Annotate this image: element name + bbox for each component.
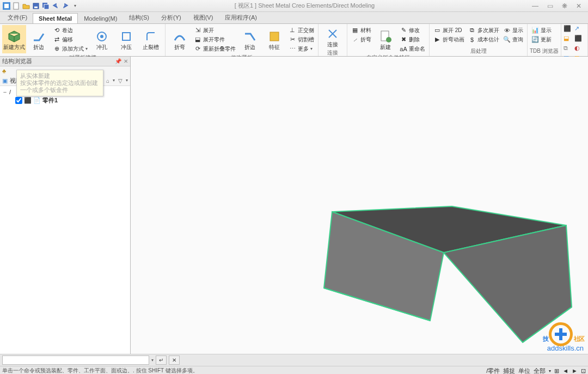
connect-button[interactable]: 连接 <box>321 25 345 48</box>
status-snap[interactable]: 捕捉 <box>503 367 515 375</box>
fold2-button[interactable]: 折边 <box>238 25 262 53</box>
lance-icon <box>143 29 158 44</box>
modify-button[interactable]: ✎修改 <box>398 26 427 35</box>
app-icon[interactable] <box>2 2 11 10</box>
minimize-button[interactable]: — <box>530 2 541 10</box>
delete-button[interactable]: ✖删除 <box>398 35 427 44</box>
tab-application[interactable]: 应用程序(A) <box>219 11 263 23</box>
util-icon-6[interactable]: ◐ <box>574 45 584 53</box>
punch-button[interactable]: 冲孔 <box>90 25 114 53</box>
hem-button[interactable]: ⟲卷边 <box>51 26 89 35</box>
cut-button[interactable]: ✂切割槽 <box>287 35 316 44</box>
new2-button[interactable]: 新建 <box>373 25 397 53</box>
tab-sheet-metal[interactable]: Sheet Metal <box>33 13 78 23</box>
util-icon-5[interactable]: ⧉ <box>564 45 573 53</box>
ortho-button[interactable]: ⊥正交侧 <box>287 26 316 35</box>
command-input[interactable] <box>2 355 149 365</box>
new-mode-button[interactable]: 新建方式 <box>2 25 26 53</box>
svg-rect-4 <box>34 7 38 8</box>
part-checkbox[interactable] <box>15 97 22 104</box>
status-prev-icon[interactable]: ◄ <box>562 367 568 374</box>
lance-button[interactable]: 止裂槽 <box>139 25 163 53</box>
material-icon: ▦ <box>351 27 359 34</box>
unfold-part-icon: ⬓ <box>194 36 201 44</box>
open-icon[interactable] <box>22 2 30 10</box>
refold-button[interactable]: ⟳重新折叠零件 <box>192 44 237 53</box>
stamp-icon <box>119 29 134 44</box>
3d-viewport[interactable] <box>131 57 588 354</box>
status-unit[interactable]: 单位 <box>518 367 530 375</box>
svg-rect-10 <box>270 32 279 41</box>
status-end-icon[interactable]: ⊡ <box>581 367 586 375</box>
unfold-button[interactable]: ⇲展开 <box>192 26 237 35</box>
undo-icon[interactable] <box>51 2 60 10</box>
enter-button[interactable]: ↵ <box>156 355 167 365</box>
util-icon-1[interactable]: ⬛ <box>564 25 573 34</box>
multi-unfold-button[interactable]: ⧉多次展开 <box>467 26 501 35</box>
structure-browser: 结构浏览器 📌✕ ♣ ▣ 视区1 ⌂▾ ▽▾ − / ⬛ 📄 零件1 <box>0 57 131 354</box>
root-label: / <box>9 89 11 95</box>
ribbon-group-post: ▭展开 2D ▶折弯动画 ⧉多次展开 $成本估计 👁显示 🔍查询 后处理 <box>430 24 528 56</box>
filter-icon[interactable]: ▽ <box>118 78 122 84</box>
close-button[interactable]: ✕ <box>574 2 584 10</box>
unfold2d-button[interactable]: ▭展开 2D <box>432 26 466 35</box>
cancel-cmd-button[interactable]: ✕ <box>169 355 180 365</box>
tab-structure[interactable]: 结构(S) <box>123 11 155 23</box>
util-icon-4[interactable]: ⬛ <box>574 35 584 44</box>
saveall-icon[interactable] <box>41 2 50 10</box>
maximize-button[interactable]: ▭ <box>545 2 555 10</box>
window-title: [ 视区1 ] Sheet Metal Creo Elements/Direct… <box>79 2 530 10</box>
redo-icon[interactable] <box>61 2 70 10</box>
tree-icon[interactable]: ♣ <box>2 68 6 74</box>
collapse-icon[interactable]: − <box>2 89 8 95</box>
anim-icon: ▶ <box>433 36 441 44</box>
status-all[interactable]: 全部 <box>534 367 546 375</box>
new-icon[interactable] <box>12 2 21 10</box>
status-dropdown-icon[interactable]: ▾ <box>549 369 551 373</box>
anim-button[interactable]: ▶折弯动画 <box>432 35 466 44</box>
qat-dropdown-icon[interactable]: ▾ <box>71 2 79 10</box>
util-icon-3[interactable]: ⬓ <box>564 35 573 44</box>
structure-tree[interactable]: − / ⬛ 📄 零件1 <box>0 86 130 354</box>
home-icon[interactable]: ⌂ <box>106 78 109 84</box>
tree-part[interactable]: ⬛ 📄 零件1 <box>2 96 128 105</box>
material-button[interactable]: ▦材料 <box>350 26 373 35</box>
query-button[interactable]: 🔍查询 <box>501 35 525 44</box>
cost-icon: $ <box>468 36 476 44</box>
feature-button[interactable]: 特征 <box>262 25 286 53</box>
add-mode-button[interactable]: ⊕添加方式▾ <box>51 44 89 53</box>
tab-modeling[interactable]: Modeling(M) <box>78 13 123 23</box>
offset-icon: ⇄ <box>53 36 60 44</box>
unfold-part-button[interactable]: ⬓展开零件 <box>192 35 237 44</box>
refresh-icon: 🔄 <box>531 36 539 44</box>
bend-button[interactable]: 折弯 <box>168 25 192 53</box>
status-next-icon[interactable]: ► <box>572 367 578 374</box>
panel-close-icon[interactable]: ✕ <box>124 58 128 64</box>
ribbon-group-connect: 连接 连接 <box>318 24 347 56</box>
delete-icon: ✖ <box>400 36 407 44</box>
util-icon-2[interactable]: ↗ <box>574 25 584 34</box>
panel-header: 结构浏览器 📌✕ <box>0 57 130 66</box>
offset-button[interactable]: ⇄偏移 <box>51 35 89 44</box>
svg-point-8 <box>100 35 103 38</box>
status-part[interactable]: /零件 <box>486 367 500 375</box>
part-icon2: 📄 <box>33 97 41 104</box>
tab-view[interactable]: 视图(V) <box>187 11 219 23</box>
tab-analysis[interactable]: 分析(Y) <box>155 11 187 23</box>
help-button[interactable]: ❋ <box>560 2 569 10</box>
bend2-button[interactable]: ⟋折弯 <box>350 35 373 44</box>
file-tab[interactable]: 文件(F) <box>2 12 33 23</box>
main-body: 结构浏览器 📌✕ ♣ ▣ 视区1 ⌂▾ ▽▾ − / ⬛ 📄 零件1 <box>0 57 588 354</box>
more-button[interactable]: ⋯更多▾ <box>287 44 316 53</box>
stamp-button[interactable]: 冲压 <box>114 25 138 53</box>
fold-button[interactable]: 折边 <box>27 25 51 53</box>
pin-icon[interactable]: 📌 <box>115 58 121 64</box>
update-button[interactable]: 🔄更新 <box>530 35 553 44</box>
cost-button[interactable]: $成本估计 <box>467 35 501 44</box>
status-view1-icon[interactable]: ⊞ <box>554 367 559 375</box>
modify-icon: ✎ <box>400 27 407 34</box>
rename-button[interactable]: aA重命名 <box>398 44 427 53</box>
save-icon[interactable] <box>32 2 40 10</box>
display-button[interactable]: 📊显示 <box>530 26 553 35</box>
show-button[interactable]: 👁显示 <box>501 26 525 35</box>
